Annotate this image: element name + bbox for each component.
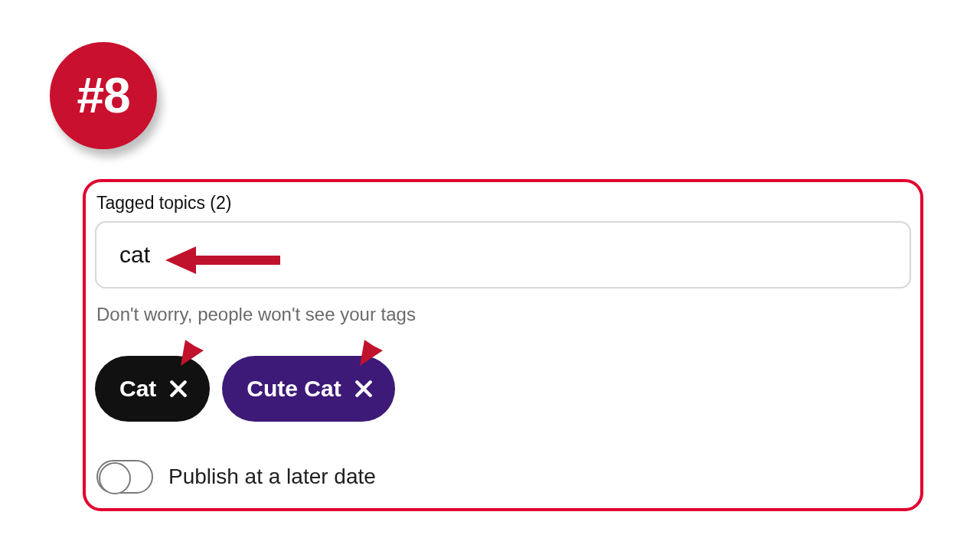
tagged-topics-label: Tagged topics (2) (96, 193, 911, 214)
close-icon[interactable] (168, 379, 188, 399)
tag-chip-label: Cute Cat (247, 376, 341, 402)
tagged-topics-callout: Tagged topics (2) Don't worry, people wo… (83, 179, 923, 511)
tag-chip-cat[interactable]: Cat (95, 356, 210, 422)
step-badge-label: #8 (77, 67, 129, 124)
tagged-topics-hint: Don't worry, people won't see your tags (96, 304, 911, 325)
publish-later-label: Publish at a later date (168, 465, 376, 489)
topic-search-input[interactable] (95, 221, 911, 289)
tag-chip-cute-cat[interactable]: Cute Cat (222, 356, 394, 422)
publish-later-toggle[interactable] (96, 460, 153, 494)
tag-chips-row: Cat Cute Cat (95, 356, 911, 422)
close-icon[interactable] (354, 379, 374, 399)
publish-later-row: Publish at a later date (96, 460, 911, 494)
step-badge: #8 (50, 42, 157, 149)
tag-chip-label: Cat (119, 376, 156, 402)
